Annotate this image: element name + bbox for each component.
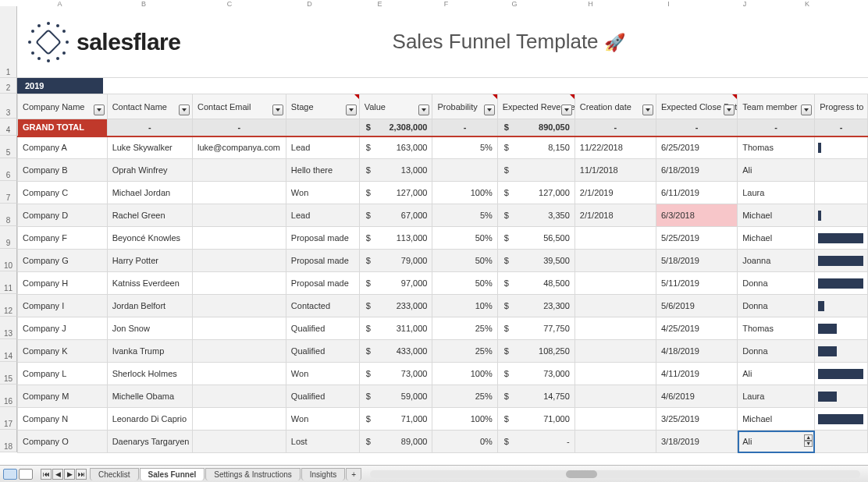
table-row[interactable]: Company FBeyoncé KnowlesProposal made$11… <box>18 227 868 250</box>
table-row[interactable]: Company IJordan BelfortContacted$233,000… <box>18 295 868 317</box>
progress-bar <box>818 211 821 221</box>
salesflare-icon <box>28 22 69 62</box>
add-sheet-button[interactable]: + <box>346 468 361 480</box>
column-header[interactable]: Probability <box>432 94 497 119</box>
status-bar: ⏮ ◀ ▶ ⏭ ChecklistSales FunnelSettings & … <box>0 465 868 482</box>
progress-bar <box>818 414 863 424</box>
prev-sheet-button[interactable]: ◀ <box>52 469 63 480</box>
column-header[interactable]: Expected Revenue <box>497 94 575 119</box>
table-row[interactable]: Company DRachel GreenLead$67,0005%$3,350… <box>18 204 868 227</box>
cell-stepper[interactable]: ▲▼ <box>804 434 813 447</box>
filter-dropdown-icon[interactable] <box>642 105 653 115</box>
table-row[interactable]: Company NLeonardo Di CaprioWon$71,000100… <box>18 408 868 431</box>
progress-bar <box>818 233 863 243</box>
progress-bar <box>818 324 837 334</box>
filter-dropdown-icon[interactable] <box>94 105 105 115</box>
column-header[interactable]: Stage <box>286 94 359 119</box>
column-header[interactable]: Value <box>359 94 432 119</box>
year-label: 2019 <box>17 78 103 94</box>
rocket-icon: 🚀 <box>604 33 625 52</box>
column-header[interactable]: Company Name <box>18 94 108 119</box>
sheet-tab[interactable]: Sales Funnel <box>140 468 205 480</box>
table-row[interactable]: Company GHarry PotterProposal made$79,00… <box>18 250 868 272</box>
page-layout-view-icon[interactable] <box>19 469 33 480</box>
column-header[interactable]: Team member <box>738 94 815 119</box>
title-banner: salesflare Sales Funnel Template 🚀 <box>17 6 868 78</box>
filter-dropdown-icon[interactable] <box>272 105 283 115</box>
sheet-tab[interactable]: Settings & Instructions <box>205 468 301 480</box>
table-row[interactable]: Company LSherlock HolmesWon$73,000100%$7… <box>18 363 868 385</box>
filter-dropdown-icon[interactable] <box>801 105 812 115</box>
column-header[interactable]: Creation date <box>575 94 656 119</box>
filter-dropdown-icon[interactable] <box>418 105 429 115</box>
filter-dropdown-icon[interactable] <box>346 105 357 115</box>
row-numbers: 123456789101112131415161718 <box>0 6 17 452</box>
column-headers: ABCDEFGHIJK <box>17 0 868 6</box>
table-row[interactable]: Company BOprah WinfreyHello there$13,000… <box>18 159 868 182</box>
view-mode-icons[interactable] <box>0 469 36 480</box>
progress-bar <box>818 369 863 379</box>
progress-bar <box>818 256 863 266</box>
table-row[interactable]: Company ALuke Skywalkerluke@companya.com… <box>18 136 868 159</box>
horizontal-scrollbar[interactable] <box>370 470 860 478</box>
table-row[interactable]: Company HKatniss EverdeenProposal made$9… <box>18 272 868 295</box>
progress-bar <box>818 301 824 311</box>
filter-dropdown-icon[interactable] <box>484 105 495 115</box>
table-row[interactable]: Company CMichael JordanWon$127,000100%$1… <box>18 182 868 204</box>
last-sheet-button[interactable]: ⏭ <box>76 469 87 480</box>
table-row[interactable]: Company ODaenarys TargaryenLost$89,0000%… <box>18 431 868 453</box>
sales-table: Company NameContact NameContact EmailSta… <box>17 94 868 453</box>
sheet-tab[interactable]: Insights <box>301 468 345 480</box>
filter-dropdown-icon[interactable] <box>179 105 190 115</box>
first-sheet-button[interactable]: ⏮ <box>41 469 52 480</box>
grand-total-row: GRAND TOTAL--$2,308,000-$890,050---- <box>18 119 868 136</box>
progress-bar <box>818 392 837 402</box>
column-header[interactable]: Contact Email <box>193 94 286 119</box>
column-header[interactable]: Contact Name <box>107 94 192 119</box>
filter-dropdown-icon[interactable] <box>561 105 572 115</box>
sheet-nav[interactable]: ⏮ ◀ ▶ ⏭ <box>41 469 87 480</box>
progress-bar <box>818 143 821 153</box>
sheet-tabs[interactable]: ChecklistSales FunnelSettings & Instruct… <box>90 468 362 480</box>
table-row[interactable]: Company KIvanka TrumpQualified$433,00025… <box>18 340 868 363</box>
column-header[interactable]: Progress to <box>815 94 868 119</box>
table-row[interactable]: Company JJon SnowQualified$311,00025%$77… <box>18 317 868 340</box>
progress-bar <box>818 278 863 289</box>
normal-view-icon[interactable] <box>3 469 17 480</box>
sheet-tab[interactable]: Checklist <box>90 468 139 480</box>
table-row[interactable]: Company MMichelle ObamaQualified$59,0002… <box>18 385 868 408</box>
table-header-row: Company NameContact NameContact EmailSta… <box>18 94 868 119</box>
column-header[interactable]: Expected Close Date <box>656 94 737 119</box>
filter-dropdown-icon[interactable] <box>724 105 735 115</box>
progress-bar <box>818 346 837 356</box>
page-title: Sales Funnel Template <box>393 30 599 53</box>
next-sheet-button[interactable]: ▶ <box>64 469 75 480</box>
